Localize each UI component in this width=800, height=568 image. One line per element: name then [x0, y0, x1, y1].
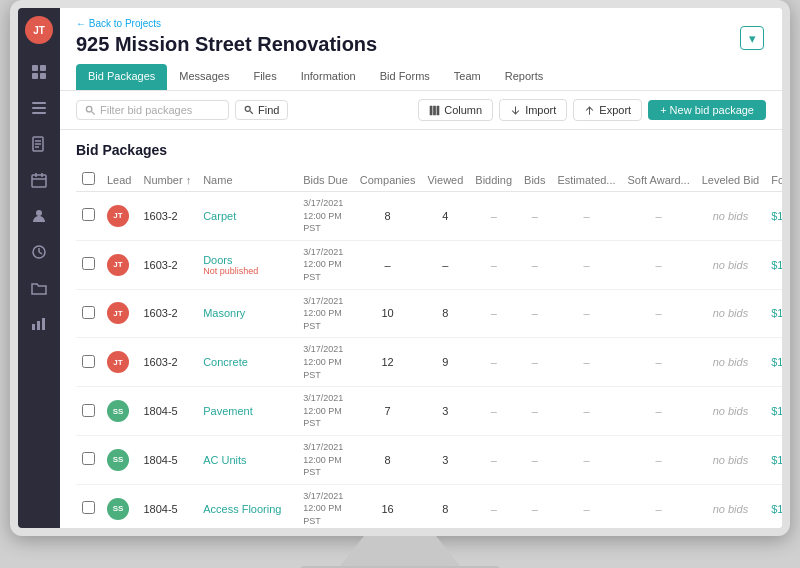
bid-package-name-link[interactable]: Doors: [203, 254, 232, 266]
row-companies: 7: [354, 387, 422, 436]
page-title: 925 Mission Street Renovations: [76, 33, 766, 56]
toolbar-left: Find: [76, 100, 288, 120]
col-header-viewed: Viewed: [421, 168, 469, 192]
row-checkbox[interactable]: [82, 306, 95, 319]
row-forecast: $100,000: [765, 338, 782, 387]
svg-point-24: [245, 106, 250, 111]
bid-package-name-link[interactable]: Access Flooring: [203, 503, 281, 515]
table-row: JT 1603-2 Doors Not published 3/17/20211…: [76, 240, 782, 289]
row-checkbox-cell: [76, 289, 101, 338]
avatar[interactable]: JT: [25, 16, 53, 44]
svg-rect-3: [40, 73, 46, 79]
tab-team[interactable]: Team: [442, 64, 493, 90]
filter-input[interactable]: [100, 104, 220, 116]
row-bids-due: 3/17/202112:00 PM PST: [297, 387, 354, 436]
row-bids: –: [518, 192, 551, 241]
row-soft-award: –: [622, 192, 696, 241]
row-bids-due: 3/17/202112:00 PM PST: [297, 289, 354, 338]
svg-rect-11: [32, 175, 46, 187]
find-label: Find: [258, 104, 279, 116]
svg-point-15: [36, 210, 42, 216]
row-bidding: –: [469, 289, 518, 338]
col-header-bids-due: Bids Due: [297, 168, 354, 192]
grid-icon[interactable]: [23, 56, 55, 88]
row-checkbox[interactable]: [82, 355, 95, 368]
row-viewed: 4: [421, 192, 469, 241]
row-companies: 8: [354, 435, 422, 484]
row-soft-award: –: [622, 240, 696, 289]
bid-package-name-link[interactable]: Carpet: [203, 210, 236, 222]
col-header-estimated: Estimated...: [551, 168, 621, 192]
svg-line-18: [39, 252, 42, 254]
column-button[interactable]: Column: [418, 99, 493, 121]
tab-bid-forms[interactable]: Bid Forms: [368, 64, 442, 90]
row-lead: SS: [101, 387, 137, 436]
svg-rect-27: [433, 105, 436, 115]
row-bids-due: 3/17/202112:00 PM PST: [297, 338, 354, 387]
list-icon[interactable]: [23, 92, 55, 124]
table-row: SS 1804-5 AC Units 3/17/202112:00 PM PST…: [76, 435, 782, 484]
table-row: JT 1603-2 Masonry 3/17/202112:00 PM PST …: [76, 289, 782, 338]
row-number: 1804-5: [137, 387, 197, 436]
import-button[interactable]: Import: [499, 99, 567, 121]
col-header-number[interactable]: Number ↑: [137, 168, 197, 192]
document-icon[interactable]: [23, 128, 55, 160]
row-leveled-bid: no bids: [696, 338, 766, 387]
col-header-bids: Bids: [518, 168, 551, 192]
bid-package-name-link[interactable]: Masonry: [203, 307, 245, 319]
tab-information[interactable]: Information: [289, 64, 368, 90]
export-button[interactable]: Export: [573, 99, 642, 121]
row-estimated: –: [551, 240, 621, 289]
row-soft-award: –: [622, 338, 696, 387]
tab-messages[interactable]: Messages: [167, 64, 241, 90]
svg-point-22: [86, 106, 92, 112]
row-checkbox[interactable]: [82, 257, 95, 270]
column-icon: [429, 105, 440, 116]
back-link[interactable]: ← Back to Projects: [76, 18, 766, 29]
row-checkbox[interactable]: [82, 501, 95, 514]
lead-avatar: JT: [107, 351, 129, 373]
svg-line-25: [250, 111, 253, 114]
svg-rect-0: [32, 65, 38, 71]
tab-reports[interactable]: Reports: [493, 64, 556, 90]
clock-icon[interactable]: [23, 236, 55, 268]
tab-files[interactable]: Files: [241, 64, 288, 90]
row-leveled-bid: no bids: [696, 435, 766, 484]
row-bids: –: [518, 240, 551, 289]
col-header-lead: Lead: [101, 168, 137, 192]
row-estimated: –: [551, 338, 621, 387]
row-leveled-bid: no bids: [696, 387, 766, 436]
row-bids: –: [518, 289, 551, 338]
row-leveled-bid: no bids: [696, 484, 766, 528]
row-lead: SS: [101, 484, 137, 528]
tab-bid-packages[interactable]: Bid Packages: [76, 64, 167, 90]
bid-package-name-link[interactable]: Concrete: [203, 356, 248, 368]
chart-icon[interactable]: [23, 308, 55, 340]
row-forecast: $100,000: [765, 192, 782, 241]
export-icon: [584, 105, 595, 116]
row-estimated: –: [551, 387, 621, 436]
row-forecast: $100,000: [765, 484, 782, 528]
row-checkbox[interactable]: [82, 452, 95, 465]
folder-icon[interactable]: [23, 272, 55, 304]
header-dropdown-button[interactable]: ▾: [740, 26, 764, 50]
select-all-checkbox[interactable]: [82, 172, 95, 185]
svg-rect-4: [32, 102, 46, 104]
import-label: Import: [525, 104, 556, 116]
bid-package-name-link[interactable]: Pavement: [203, 405, 253, 417]
lead-avatar: JT: [107, 302, 129, 324]
row-name: Doors Not published: [197, 240, 297, 289]
row-companies: 8: [354, 192, 422, 241]
new-bid-button[interactable]: + New bid package: [648, 100, 766, 120]
row-checkbox[interactable]: [82, 404, 95, 417]
bid-package-name-link[interactable]: AC Units: [203, 454, 246, 466]
bid-packages-table: Lead Number ↑ Name Bids Due Companies Vi…: [76, 168, 782, 528]
person-icon[interactable]: [23, 200, 55, 232]
monitor-stand: [340, 536, 460, 566]
find-button[interactable]: Find: [235, 100, 288, 120]
row-companies: 16: [354, 484, 422, 528]
calendar-icon[interactable]: [23, 164, 55, 196]
row-bidding: –: [469, 240, 518, 289]
row-checkbox[interactable]: [82, 208, 95, 221]
row-name: AC Units: [197, 435, 297, 484]
